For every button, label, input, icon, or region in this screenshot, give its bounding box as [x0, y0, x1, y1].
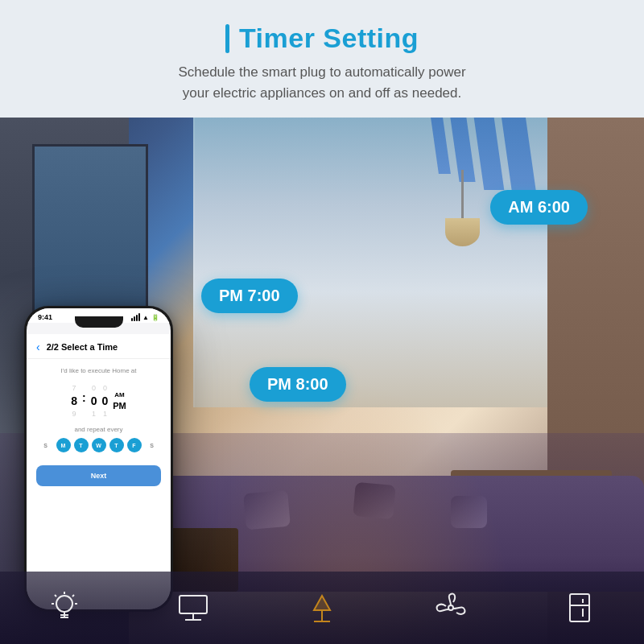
tv-icon-item — [129, 588, 258, 628]
app-header: ‹ 2/2 Select a Time — [27, 334, 171, 359]
main-content: 9:41 ▲ 🔋 — [0, 118, 644, 644]
min1-column: 0 0 1 — [91, 384, 97, 418]
status-time: 9:41 — [38, 313, 52, 321]
battery-icon: 🔋 — [151, 314, 159, 321]
back-button[interactable]: ‹ — [36, 341, 40, 353]
time-colon-1: : — [82, 391, 86, 404]
fan-icon — [431, 588, 471, 628]
fridge-icon — [559, 588, 600, 628]
min1-below: 1 — [92, 410, 96, 418]
page-wrapper: Timer Setting Schedule the smart plug to… — [0, 0, 644, 644]
hour-below: 9 — [72, 410, 76, 418]
svg-point-15 — [448, 605, 453, 610]
day-tue[interactable]: T — [74, 438, 89, 452]
day-thu[interactable]: T — [109, 438, 124, 452]
phone-screen: 9:41 ▲ 🔋 — [27, 308, 171, 609]
ampm-column: AM PM — [113, 391, 126, 411]
min2-current: 0 — [101, 394, 108, 407]
badge-am-600: AM 6:00 — [490, 190, 588, 225]
subtitle-line1: Schedule the smart plug to automatically… — [178, 64, 465, 80]
lightbulb-icon-item — [0, 588, 129, 628]
time-picker[interactable]: 7 8 9 : 0 0 1 — [36, 384, 161, 418]
repeat-label: and repeat every — [36, 426, 161, 433]
day-wed[interactable]: W — [92, 438, 106, 452]
hour-above: 7 — [72, 384, 76, 392]
min2-column: 0 0 1 — [101, 384, 108, 418]
lamp-cord — [461, 170, 464, 218]
subtitle: Schedule the smart plug to automatically… — [97, 62, 547, 103]
app-screen: ‹ 2/2 Select a Time I'd like to execute … — [27, 334, 171, 609]
ampm-current: PM — [113, 401, 126, 411]
signal-icon — [131, 313, 140, 321]
lamp-icon — [302, 588, 342, 628]
instruction-text: I'd like to execute Home at — [36, 367, 161, 374]
svg-rect-9 — [180, 596, 207, 613]
day-sat[interactable]: S — [145, 438, 159, 452]
status-icons: ▲ 🔋 — [131, 313, 159, 321]
title-accent-bar — [225, 24, 229, 53]
tv-icon — [173, 588, 213, 628]
day-sun[interactable]: S — [39, 438, 53, 452]
svg-point-0 — [56, 596, 72, 612]
phone-notch — [75, 316, 123, 328]
svg-line-5 — [55, 595, 56, 597]
lamp-icon-item — [258, 588, 386, 628]
page-title: Timer Setting — [239, 23, 419, 54]
header-section: Timer Setting Schedule the smart plug to… — [0, 0, 644, 118]
min1-above: 0 — [92, 384, 96, 392]
svg-marker-12 — [314, 596, 330, 610]
svg-rect-16 — [570, 594, 589, 621]
title-row: Timer Setting — [32, 23, 612, 54]
day-fri[interactable]: F — [127, 438, 142, 452]
phone-frame: 9:41 ▲ 🔋 — [24, 306, 173, 612]
days-row[interactable]: S M T W T F S — [36, 438, 161, 452]
badge-pm-800: PM 8:00 — [250, 367, 346, 402]
app-nav-title: 2/2 Select a Time — [47, 342, 118, 352]
light-icon — [44, 588, 85, 628]
hour-current: 8 — [71, 394, 77, 407]
hour-column: 7 8 9 — [71, 384, 77, 418]
min2-below: 1 — [103, 410, 107, 418]
wifi-icon: ▲ — [142, 314, 149, 321]
day-mon[interactable]: M — [56, 438, 71, 452]
next-button[interactable]: Next — [36, 465, 161, 486]
phone-container: 9:41 ▲ 🔋 — [24, 306, 173, 612]
fridge-icon-item — [515, 588, 644, 628]
bottom-icons-bar — [0, 572, 644, 644]
ampm-above: AM — [114, 391, 124, 398]
min2-above: 0 — [103, 384, 107, 392]
fan-icon-item — [386, 588, 515, 628]
svg-line-6 — [72, 595, 74, 597]
subtitle-line2: your electric appliances on and off as n… — [183, 85, 462, 101]
badge-pm-700: PM 7:00 — [201, 279, 298, 313]
min1-current: 0 — [91, 394, 97, 407]
